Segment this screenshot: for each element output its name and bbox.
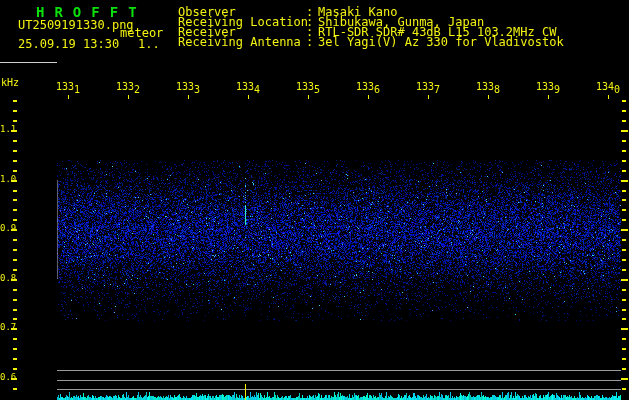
datetime-label: 25.09.19 13:30	[18, 38, 119, 50]
x-axis-label: 1332	[116, 82, 140, 92]
info-value-receiving-antenna: 3el Yagi(V) Az 330 for Vladivostok	[318, 36, 564, 48]
spectrogram-canvas	[0, 0, 629, 400]
x-axis-label: 1336	[356, 82, 380, 92]
x-axis-label: 1339	[536, 82, 560, 92]
y-axis-label: 1.0	[0, 175, 16, 184]
x-axis-label: 1338	[476, 82, 500, 92]
x-axis-label: 1335	[296, 82, 320, 92]
filename-label: UT2509191330.png	[18, 19, 134, 31]
y-axis-unit: kHz	[1, 78, 19, 88]
y-axis-label: 0.8	[0, 274, 16, 283]
hrofft-screen: HROFFT UT2509191330.png meteor 25.09.19 …	[0, 0, 629, 400]
info-colon: :	[306, 36, 313, 48]
x-axis-label: 1334	[236, 82, 260, 92]
y-axis-label: 1.1	[0, 125, 16, 134]
x-axis-label: 1340	[596, 82, 620, 92]
y-axis-label: 0.7	[0, 323, 16, 332]
x-axis-label: 1331	[56, 82, 80, 92]
x-axis-label: 1337	[416, 82, 440, 92]
y-axis-label: 0.9	[0, 224, 16, 233]
info-label-receiving-antenna: Receiving Antenna	[178, 36, 301, 48]
y-axis-label: 0.6	[0, 373, 16, 382]
x-axis-label: 1333	[176, 82, 200, 92]
echo-count: 1..	[138, 38, 160, 50]
app-title: HROFFT	[36, 5, 147, 19]
